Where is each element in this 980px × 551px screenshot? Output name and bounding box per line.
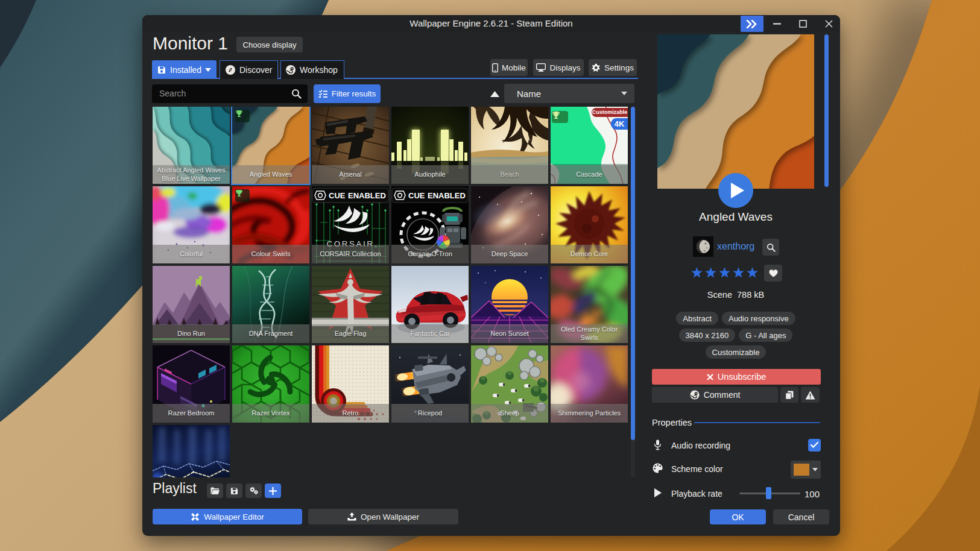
svg-text:ENABLED: ENABLED	[428, 191, 466, 200]
svg-text:CUE: CUE	[329, 191, 346, 200]
svg-text:ENABLED: ENABLED	[348, 191, 386, 200]
svg-text:CUE: CUE	[408, 191, 425, 200]
